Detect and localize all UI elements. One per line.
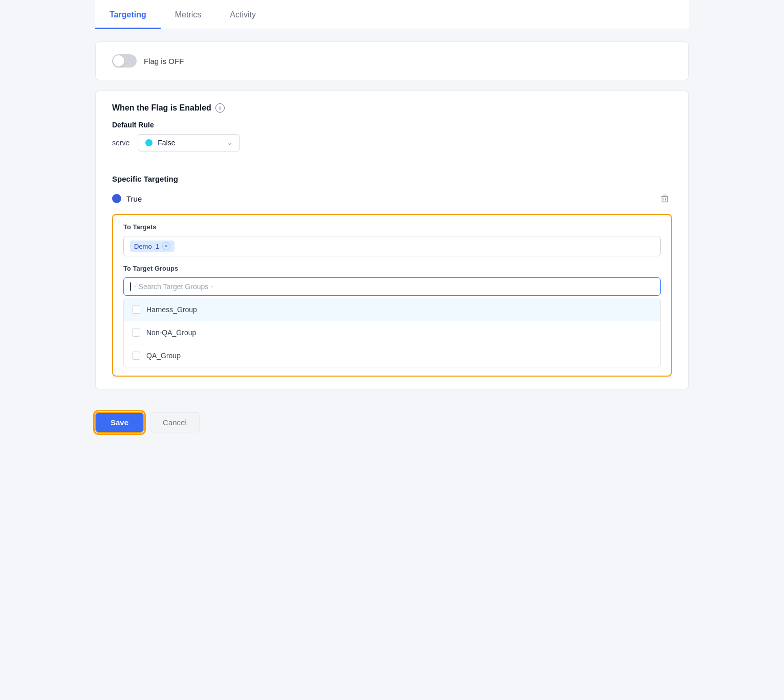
flag-toggle-card: Flag is OFF [95,41,689,80]
svg-rect-3 [664,198,665,201]
serve-select[interactable]: False ⌄ [138,134,240,151]
svg-rect-4 [665,198,666,201]
when-flag-enabled-title: When the Flag is Enabled i [112,103,672,113]
false-dot [145,139,153,146]
targets-input[interactable]: Demo_1 ✕ [123,236,661,256]
tab-targeting[interactable]: Targeting [95,0,161,29]
svg-rect-2 [662,197,668,202]
to-target-groups-label: To Target Groups [123,265,661,272]
search-target-groups-input[interactable]: - Search Target Groups - [123,277,661,296]
true-row: True [112,191,672,206]
flag-toggle[interactable] [112,54,137,68]
default-rule-label: Default Rule [112,121,672,129]
divider [112,164,672,164]
flag-status-label: Flag is OFF [144,57,184,65]
harness-group-checkbox[interactable] [132,305,140,314]
true-label: True [112,194,142,203]
serve-text: serve [112,139,129,147]
info-icon[interactable]: i [215,103,225,113]
specific-targeting-title: Specific Targeting [112,174,672,183]
demo1-tag: Demo_1 ✕ [130,240,175,252]
save-button[interactable]: Save [95,412,144,433]
target-box: To Targets Demo_1 ✕ To Target Groups - S… [112,214,672,377]
qa-group-checkbox[interactable] [132,352,140,360]
group-item-harness[interactable]: Harness_Group [124,298,660,321]
tab-metrics[interactable]: Metrics [161,0,216,29]
non-qa-group-checkbox[interactable] [132,329,140,337]
cancel-button[interactable]: Cancel [150,412,200,432]
tab-activity[interactable]: Activity [215,0,270,29]
svg-rect-1 [663,195,666,196]
search-placeholder: - Search Target Groups - [134,282,213,291]
group-item-qa[interactable]: QA_Group [124,344,660,367]
delete-targeting-button[interactable] [658,191,672,206]
bottom-bar: Save Cancel [95,400,689,445]
tabs-bar: Targeting Metrics Activity [95,0,689,29]
cursor [130,282,131,291]
chevron-down-icon: ⌄ [227,139,232,146]
group-item-non-qa[interactable]: Non-QA_Group [124,321,660,344]
serve-row: serve False ⌄ [112,134,672,151]
flag-enabled-card: When the Flag is Enabled i Default Rule … [95,91,689,389]
serve-value: False [158,139,175,147]
to-targets-label: To Targets [123,223,661,231]
toggle-knob [113,55,124,67]
remove-tag-button[interactable]: ✕ [162,242,170,250]
true-dot [112,194,121,203]
groups-dropdown: Harness_Group Non-QA_Group QA_Group [123,298,661,367]
